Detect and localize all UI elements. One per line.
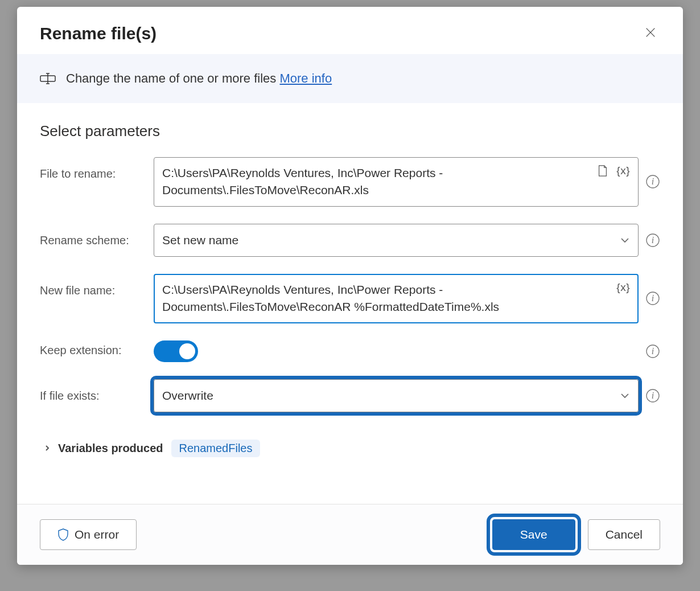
row-if-file-exists: If file exists: Overwrite i (40, 379, 660, 412)
variable-token-icon[interactable]: {x} (616, 165, 630, 177)
file-to-rename-input[interactable]: C:\Users\PA\Reynolds Ventures, Inc\Power… (154, 157, 639, 207)
row-new-file-name: New file name: C:\Users\PA\Reynolds Vent… (40, 274, 660, 323)
variables-produced-label: Variables produced (58, 442, 163, 455)
variable-chip-renamedfiles[interactable]: RenamedFiles (171, 440, 261, 457)
row-rename-scheme: Rename scheme: Set new name i (40, 224, 660, 257)
dialog-footer: On error Save Cancel (17, 504, 683, 565)
chevron-right-icon (43, 444, 51, 452)
info-text: Change the name of one or more files Mor… (66, 71, 332, 86)
save-button[interactable]: Save (492, 519, 575, 550)
info-icon[interactable]: i (645, 233, 660, 248)
rename-icon (40, 72, 56, 85)
label-rename-scheme: Rename scheme: (40, 224, 148, 247)
chevron-down-icon (620, 235, 630, 245)
keep-extension-toggle[interactable] (154, 340, 198, 362)
info-icon[interactable]: i (645, 291, 660, 306)
info-icon[interactable]: i (645, 344, 660, 359)
if-file-exists-select[interactable]: Overwrite (154, 379, 639, 412)
shield-icon (57, 528, 69, 541)
on-error-label: On error (75, 528, 119, 541)
toggle-knob (179, 343, 195, 359)
rename-files-dialog: Rename file(s) Change the name of one or… (17, 7, 683, 565)
svg-text:i: i (652, 293, 654, 303)
file-to-rename-value: C:\Users\PA\Reynolds Ventures, Inc\Power… (162, 165, 597, 199)
new-file-name-value: C:\Users\PA\Reynolds Ventures, Inc\Power… (162, 281, 616, 316)
close-button[interactable] (641, 23, 660, 44)
variables-produced-row[interactable]: Variables produced RenamedFiles (40, 429, 660, 467)
info-text-content: Change the name of one or more files (66, 71, 279, 85)
variable-token-icon[interactable]: {x} (616, 281, 630, 294)
row-keep-extension: Keep extension: i (40, 340, 660, 362)
chevron-down-icon (620, 391, 630, 401)
row-file-to-rename: File to rename: C:\Users\PA\Reynolds Ven… (40, 157, 660, 207)
svg-text:i: i (652, 235, 654, 245)
rename-scheme-select[interactable]: Set new name (154, 224, 639, 257)
svg-text:i: i (652, 177, 654, 186)
info-icon[interactable]: i (645, 174, 660, 189)
dialog-title: Rename file(s) (40, 24, 157, 43)
save-label: Save (520, 528, 547, 541)
label-file-to-rename: File to rename: (40, 157, 148, 180)
cancel-button[interactable]: Cancel (588, 519, 660, 550)
svg-text:i: i (652, 346, 654, 356)
section-title: Select parameters (40, 122, 660, 140)
info-icon[interactable]: i (645, 388, 660, 403)
if-file-exists-value: Overwrite (162, 389, 620, 403)
dialog-header: Rename file(s) (17, 7, 683, 54)
new-file-name-input[interactable]: C:\Users\PA\Reynolds Ventures, Inc\Power… (154, 274, 639, 323)
info-strip: Change the name of one or more files Mor… (17, 54, 683, 103)
cancel-label: Cancel (606, 528, 643, 541)
file-picker-icon[interactable] (597, 165, 608, 177)
rename-scheme-value: Set new name (162, 233, 620, 247)
svg-text:i: i (652, 391, 654, 400)
more-info-link[interactable]: More info (279, 71, 332, 85)
label-new-file-name: New file name: (40, 274, 148, 297)
dialog-body: Select parameters File to rename: C:\Use… (17, 103, 683, 504)
label-keep-extension: Keep extension: (40, 340, 148, 357)
label-if-file-exists: If file exists: (40, 379, 148, 403)
on-error-button[interactable]: On error (40, 519, 137, 550)
close-icon (644, 26, 657, 39)
